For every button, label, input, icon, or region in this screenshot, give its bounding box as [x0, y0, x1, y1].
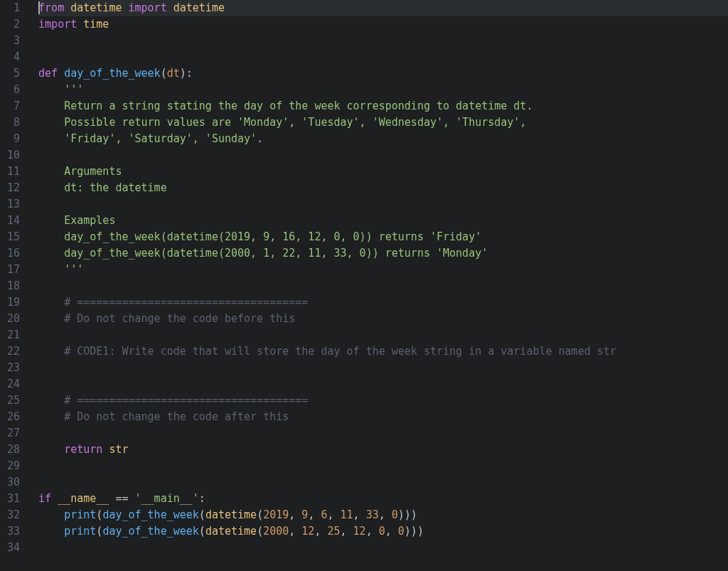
token-str: '__main__': [135, 492, 199, 505]
code-line[interactable]: ''': [38, 82, 728, 98]
token-param: dt: [167, 67, 180, 80]
line-number: 3: [7, 33, 20, 49]
line-number: 18: [7, 278, 20, 294]
code-line[interactable]: [38, 376, 728, 393]
token-num: 0: [392, 508, 398, 521]
token-punc: ,: [289, 525, 301, 538]
token-doc: dt: the datetime: [64, 181, 167, 194]
token-punc: ,: [308, 508, 321, 521]
code-line[interactable]: [38, 196, 728, 213]
token-fn: print: [64, 525, 96, 538]
token-punc: (: [257, 525, 263, 538]
token-punc: ,: [327, 508, 340, 521]
code-line[interactable]: Return a string stating the day of the w…: [38, 98, 728, 114]
line-number: 26: [7, 409, 20, 425]
line-number: 27: [7, 425, 20, 442]
token-builtin: __name__: [58, 492, 109, 505]
code-line[interactable]: # ====================================: [38, 393, 728, 409]
line-number: 6: [7, 82, 20, 98]
token-kw: return: [64, 443, 102, 456]
code-line[interactable]: [38, 458, 728, 474]
line-number: 10: [7, 147, 20, 164]
line-number: 20: [7, 311, 20, 327]
code-line[interactable]: [38, 49, 728, 65]
line-number: 16: [7, 245, 20, 262]
token-punc: (: [161, 67, 167, 80]
token-num: 12: [353, 525, 366, 538]
token-punc: ,: [379, 508, 392, 521]
line-number: 23: [7, 360, 20, 376]
line-number: 21: [7, 327, 20, 343]
line-number: 17: [7, 262, 20, 278]
token-fn: day_of_the_week: [102, 508, 198, 521]
token-kw: def: [38, 67, 58, 80]
code-line[interactable]: [38, 147, 728, 164]
token-punc: ,: [385, 525, 398, 538]
code-area[interactable]: from datetime import datetimeimport time…: [31, 0, 728, 571]
token-punc: ))): [398, 508, 417, 521]
token-mod: time: [83, 18, 109, 31]
code-line[interactable]: Arguments: [38, 164, 728, 180]
code-line[interactable]: 'Friday', 'Saturday', 'Sunday'.: [38, 131, 728, 147]
code-line[interactable]: def day_of_the_week(dt):: [38, 65, 728, 82]
token-num: 0: [398, 525, 405, 538]
code-line[interactable]: day_of_the_week(datetime(2019, 9, 16, 12…: [38, 229, 728, 245]
code-line[interactable]: Examples: [38, 213, 728, 229]
token-id: [167, 1, 173, 14]
token-class: datetime: [205, 508, 257, 521]
code-line[interactable]: from datetime import datetime: [38, 0, 728, 16]
code-line[interactable]: [38, 474, 728, 491]
token-cmt: # ====================================: [64, 296, 308, 309]
token-punc: ))): [405, 525, 424, 538]
code-line[interactable]: Possible return values are 'Monday', 'Tu…: [38, 114, 728, 131]
code-line[interactable]: # CODE1: Write code that will store the …: [38, 343, 728, 360]
code-line[interactable]: # Do not change the code after this: [38, 409, 728, 425]
code-line[interactable]: [38, 33, 728, 49]
token-cmt: # CODE1: Write code that will store the …: [64, 345, 616, 358]
token-punc: (: [199, 508, 205, 521]
token-kw: import: [38, 18, 77, 31]
token-class: datetime: [205, 525, 257, 538]
code-line[interactable]: return str: [38, 442, 728, 458]
line-number: 32: [7, 507, 20, 523]
code-editor[interactable]: 1234567891011121314151617181920212223242…: [0, 0, 728, 571]
token-mod: datetime: [173, 1, 225, 14]
token-cmt: # Do not change the code after this: [64, 410, 289, 423]
token-punc: ,: [366, 525, 379, 538]
code-line[interactable]: if __name__ == '__main__':: [38, 491, 728, 507]
line-number: 24: [7, 376, 20, 393]
token-kw: if: [38, 492, 51, 505]
code-line[interactable]: [38, 360, 728, 376]
code-line[interactable]: [38, 425, 728, 442]
token-str: ''': [64, 83, 83, 96]
line-number-gutter: 1234567891011121314151617181920212223242…: [0, 0, 31, 571]
line-number: 1: [7, 0, 20, 16]
token-punc: :: [186, 67, 193, 80]
token-id: [129, 492, 135, 505]
line-number: 19: [7, 294, 20, 311]
token-num: 0: [379, 525, 385, 538]
code-line[interactable]: import time: [38, 16, 728, 33]
code-line[interactable]: [38, 327, 728, 343]
code-line[interactable]: [38, 540, 728, 556]
line-number: 7: [7, 98, 20, 114]
code-line[interactable]: # Do not change the code before this: [38, 311, 728, 327]
token-cmt: # Do not change the code before this: [64, 312, 295, 325]
token-op: ==: [115, 492, 128, 505]
code-line[interactable]: print(day_of_the_week(datetime(2019, 9, …: [38, 507, 728, 523]
code-line[interactable]: print(day_of_the_week(datetime(2000, 12,…: [38, 523, 728, 540]
token-num: 2019: [263, 508, 289, 521]
token-id: [64, 1, 70, 14]
code-line[interactable]: day_of_the_week(datetime(2000, 1, 22, 11…: [38, 245, 728, 262]
token-num: 25: [327, 525, 340, 538]
code-line[interactable]: ''': [38, 262, 728, 278]
token-kw: import: [129, 1, 167, 14]
code-line[interactable]: dt: the datetime: [38, 180, 728, 196]
code-line[interactable]: [38, 278, 728, 294]
token-doc: Possible return values are 'Monday', 'Tu…: [64, 116, 526, 129]
token-doc: Examples: [64, 214, 115, 227]
line-number: 22: [7, 343, 20, 360]
token-id: [51, 492, 58, 505]
code-line[interactable]: # ====================================: [38, 294, 728, 311]
token-doc: Arguments: [64, 165, 122, 178]
